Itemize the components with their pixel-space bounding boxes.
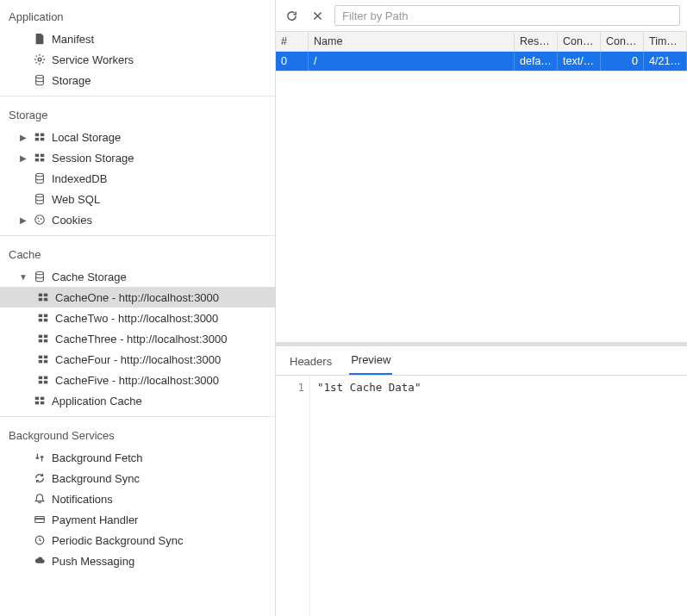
col-name[interactable]: Name	[309, 32, 515, 52]
sidebar-item-label: Background Sync	[52, 472, 140, 485]
chevron-down-icon[interactable]: ▼	[19, 272, 28, 282]
svg-rect-32	[44, 360, 47, 364]
sidebar-item-label: CacheFour - http://localhost:3000	[55, 353, 221, 366]
col-response[interactable]: Resp…	[515, 32, 558, 52]
sidebar-item-notifications[interactable]: Notifications	[0, 488, 275, 509]
chevron-right-icon[interactable]: ▶	[19, 215, 28, 225]
col-time[interactable]: Tim…	[644, 32, 687, 52]
sidebar-item-cache-entry[interactable]: CacheTwo - http://localhost:3000	[0, 308, 275, 328]
table-row[interactable]: 0 / defa… text/… 0 4/21…	[276, 52, 687, 71]
cell-content-type: text/…	[558, 52, 601, 71]
col-content-type[interactable]: Cont…	[558, 32, 601, 52]
sidebar-item-service-workers[interactable]: Service Workers	[0, 49, 275, 70]
sidebar-item-label: Service Workers	[52, 53, 134, 66]
sidebar-item-session-storage[interactable]: ▶ Session Storage	[0, 147, 275, 168]
svg-point-13	[37, 217, 39, 219]
grid-icon	[33, 394, 47, 408]
sidebar-item-payment-handler[interactable]: Payment Handler	[0, 509, 275, 530]
sidebar-item-application-cache[interactable]: Application Cache	[0, 390, 275, 411]
col-index[interactable]: #	[276, 32, 309, 52]
grid-icon	[33, 130, 47, 144]
sidebar-item-label: Session Storage	[52, 152, 134, 165]
sidebar-item-background-sync[interactable]: Background Sync	[0, 468, 275, 488]
detail-panel: Headers Preview 1 "1st Cache Data"	[276, 342, 687, 617]
svg-rect-19	[39, 298, 42, 302]
svg-rect-39	[35, 401, 39, 405]
table-header-row: # Name Resp… Cont… Cont… Tim…	[276, 32, 687, 52]
sidebar-item-label: IndexedDB	[52, 172, 107, 185]
tab-headers[interactable]: Headers	[288, 348, 334, 375]
sidebar-item-cache-entry[interactable]: CacheFive - http://localhost:3000	[0, 370, 275, 390]
database-icon	[33, 270, 47, 283]
svg-rect-27	[39, 339, 42, 343]
grid-icon	[36, 332, 50, 345]
database-icon	[33, 192, 47, 206]
svg-rect-37	[35, 397, 39, 401]
sidebar-item-label: CacheTwo - http://localhost:3000	[55, 312, 218, 325]
sidebar-item-web-sql[interactable]: Web SQL	[0, 189, 275, 209]
main-panel: # Name Resp… Cont… Cont… Tim… 0 / defa… …	[276, 0, 687, 616]
bell-icon	[33, 492, 47, 506]
svg-rect-2	[35, 134, 39, 137]
cell-index: 0	[276, 52, 309, 71]
sidebar-item-label: Local Storage	[52, 131, 121, 144]
svg-rect-23	[39, 319, 42, 322]
svg-rect-18	[44, 294, 47, 297]
col-content-len[interactable]: Cont…	[601, 32, 644, 52]
section-title-cache: Cache	[0, 241, 275, 266]
filter-input[interactable]	[334, 5, 680, 26]
sidebar-item-label: Storage	[52, 74, 91, 87]
sidebar-item-cookies[interactable]: ▶ Cookies	[0, 209, 275, 230]
svg-point-0	[38, 58, 41, 61]
svg-rect-34	[44, 376, 47, 380]
sidebar-item-label: Payment Handler	[52, 513, 138, 526]
cloud-icon	[33, 554, 47, 568]
tab-preview[interactable]: Preview	[349, 346, 392, 375]
section-title-application: Application	[0, 3, 275, 28]
sidebar-item-label: Notifications	[52, 493, 113, 506]
section-title-bg-services: Background Services	[0, 422, 275, 447]
sidebar-item-label: Cookies	[52, 214, 92, 227]
svg-rect-6	[35, 154, 39, 158]
divider	[0, 416, 275, 417]
svg-rect-9	[41, 159, 44, 162]
sidebar-item-cache-entry[interactable]: CacheFour - http://localhost:3000	[0, 349, 275, 370]
preview-content: "1st Cache Data"	[310, 376, 687, 617]
divider	[0, 235, 275, 236]
svg-point-15	[38, 221, 40, 222]
svg-rect-33	[39, 376, 42, 380]
sidebar: Application Manifest Service Workers Sto…	[0, 0, 276, 616]
sidebar-item-cache-storage[interactable]: ▼ Cache Storage	[0, 266, 275, 287]
svg-rect-21	[39, 314, 42, 318]
svg-rect-25	[39, 335, 42, 339]
chevron-right-icon[interactable]: ▶	[19, 133, 28, 142]
refresh-button[interactable]	[283, 7, 300, 24]
sidebar-item-label: Manifest	[52, 33, 94, 46]
file-icon	[33, 32, 47, 46]
sidebar-item-label: CacheFive - http://localhost:3000	[55, 374, 219, 387]
svg-rect-35	[39, 381, 42, 384]
sidebar-item-local-storage[interactable]: ▶ Local Storage	[0, 127, 275, 147]
cell-response: defa…	[515, 52, 558, 71]
section-title-storage: Storage	[0, 102, 275, 127]
table-empty-area	[276, 72, 687, 342]
sidebar-item-cache-entry[interactable]: CacheThree - http://localhost:3000	[0, 328, 275, 349]
sidebar-item-manifest[interactable]: Manifest	[0, 28, 275, 49]
sidebar-item-push-messaging[interactable]: Push Messaging	[0, 551, 275, 571]
chevron-right-icon[interactable]: ▶	[19, 153, 28, 163]
svg-point-10	[36, 173, 44, 177]
sidebar-item-label: Push Messaging	[52, 555, 134, 568]
sidebar-item-label: Background Fetch	[52, 451, 143, 464]
sidebar-item-background-fetch[interactable]: Background Fetch	[0, 447, 275, 468]
svg-rect-24	[44, 319, 47, 322]
svg-rect-42	[35, 518, 45, 520]
sidebar-item-cache-entry[interactable]: CacheOne - http://localhost:3000	[0, 287, 275, 308]
sidebar-item-periodic-bg-sync[interactable]: Periodic Background Sync	[0, 530, 275, 551]
clear-button[interactable]	[309, 7, 326, 24]
svg-rect-8	[35, 159, 39, 162]
sync-icon	[33, 471, 47, 485]
sidebar-item-storage[interactable]: Storage	[0, 70, 275, 90]
request-table: # Name Resp… Cont… Cont… Tim… 0 / defa… …	[276, 32, 687, 72]
sidebar-item-indexeddb[interactable]: IndexedDB	[0, 168, 275, 189]
swap-icon	[33, 451, 47, 464]
